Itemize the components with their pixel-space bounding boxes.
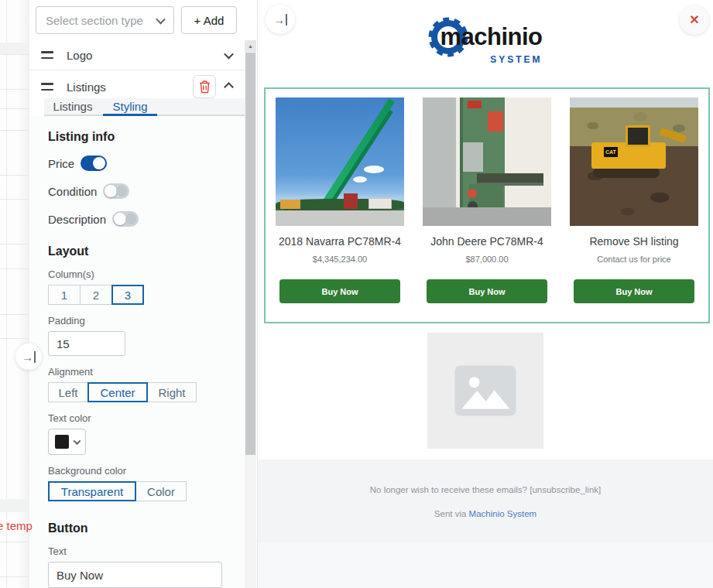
delete-section-button[interactable] bbox=[193, 75, 216, 98]
email-preview-pane: → ✕ machinio SYSTEM bbox=[257, 0, 713, 588]
text-color-select[interactable] bbox=[48, 429, 86, 455]
buy-now-button[interactable]: Buy Now bbox=[279, 279, 400, 303]
email-logo-section: machinio SYSTEM bbox=[258, 0, 713, 61]
tab-listings[interactable]: Listings bbox=[44, 98, 101, 115]
trash-icon bbox=[199, 80, 211, 94]
description-toggle-row: Description bbox=[48, 210, 234, 227]
padding-input[interactable] bbox=[48, 331, 125, 356]
section-type-select[interactable]: Select section type bbox=[36, 6, 174, 34]
listing-card: 2018 Navarra PC78MR-4 $4,345,234.00 Buy … bbox=[276, 97, 404, 303]
alignment-center[interactable]: Center bbox=[87, 382, 148, 402]
alignment-right[interactable]: Right bbox=[147, 382, 197, 402]
tab-styling[interactable]: Styling bbox=[101, 98, 159, 115]
columns-option-3[interactable]: 3 bbox=[111, 285, 144, 305]
background-transparent[interactable]: Transparent bbox=[48, 481, 136, 501]
condition-toggle-row: Condition bbox=[48, 183, 234, 200]
section-row-logo[interactable]: Logo bbox=[29, 45, 245, 65]
close-icon: ✕ bbox=[689, 14, 699, 26]
drag-handle-icon[interactable] bbox=[41, 83, 53, 91]
columns-label: Column(s) bbox=[48, 268, 234, 280]
color-swatch bbox=[55, 435, 69, 449]
image-placeholder-icon bbox=[451, 363, 519, 419]
condition-toggle[interactable] bbox=[103, 183, 129, 199]
price-label: Price bbox=[48, 157, 74, 170]
logo-brand-text: machinio bbox=[440, 23, 542, 51]
background-color-label: Background color bbox=[48, 465, 234, 477]
section-label: Listings bbox=[67, 80, 106, 94]
unsubscribe-text: No longer wish to receive these emails? … bbox=[258, 485, 713, 494]
email-footer: No longer wish to receive these emails? … bbox=[258, 460, 713, 542]
preview-collapse-button[interactable]: → bbox=[266, 5, 295, 34]
padding-label: Padding bbox=[48, 315, 234, 326]
listing-price: $4,345,234.00 bbox=[313, 255, 367, 264]
listing-image-bandsaw bbox=[423, 97, 551, 226]
image-placeholder-box bbox=[427, 333, 543, 449]
listing-image-telehandler bbox=[276, 97, 404, 226]
listing-title: Remove SH listing bbox=[589, 235, 678, 248]
background-page-text: e temp bbox=[0, 519, 33, 532]
sent-via-text: Sent via Machinio System bbox=[258, 509, 713, 518]
button-text-label: Text bbox=[48, 545, 234, 557]
canvas-background bbox=[258, 542, 713, 588]
sidebar-scrollbar[interactable]: ▲ bbox=[245, 40, 256, 588]
listing-cards: 2018 Navarra PC78MR-4 $4,345,234.00 Buy … bbox=[276, 97, 698, 303]
machinio-logo: machinio SYSTEM bbox=[428, 17, 542, 61]
text-color-label: Text color bbox=[48, 412, 234, 424]
buy-now-button[interactable]: Buy Now bbox=[574, 279, 694, 303]
section-type-placeholder: Select section type bbox=[46, 14, 143, 27]
chevron-up-icon[interactable] bbox=[224, 82, 234, 92]
layout-heading: Layout bbox=[48, 244, 234, 258]
background-color-option[interactable]: Color bbox=[135, 481, 187, 501]
listing-title: 2018 Navarra PC78MR-4 bbox=[279, 235, 401, 248]
price-toggle-row: Price bbox=[48, 155, 234, 172]
listing-info-heading: Listing info bbox=[48, 130, 234, 144]
listing-card: Remove SH listing Contact us for price B… bbox=[570, 97, 698, 303]
image-placeholder-section[interactable] bbox=[258, 323, 713, 455]
background-page bbox=[0, 0, 29, 588]
chevron-down-icon bbox=[156, 14, 166, 24]
columns-option-2[interactable]: 2 bbox=[80, 285, 112, 305]
top-controls: Select section type + Add bbox=[29, 0, 245, 37]
columns-group: 1 2 3 bbox=[48, 285, 144, 305]
button-text-input[interactable] bbox=[48, 562, 222, 588]
machinio-system-link[interactable]: Machinio System bbox=[469, 509, 537, 518]
listings-tabs: Listings Styling bbox=[44, 98, 245, 116]
chevron-down-icon[interactable] bbox=[224, 49, 234, 59]
background-color-group: Transparent Color bbox=[48, 481, 187, 501]
section-label: Logo bbox=[67, 49, 92, 62]
listing-title: John Deere PC78MR-4 bbox=[430, 235, 543, 248]
sent-via-prefix: Sent via bbox=[434, 509, 469, 518]
styling-panel: Listing info Price Condition Description… bbox=[29, 116, 245, 588]
listing-card: John Deere PC78MR-4 $87,000.00 Buy Now bbox=[423, 97, 551, 303]
columns-option-1[interactable]: 1 bbox=[48, 285, 81, 305]
button-heading: Button bbox=[48, 521, 234, 535]
divider bbox=[29, 70, 245, 70]
listing-price: Contact us for price bbox=[597, 255, 670, 264]
logo-suffix-text: SYSTEM bbox=[490, 54, 542, 65]
listing-price: $87,000.00 bbox=[465, 255, 508, 264]
description-label: Description bbox=[48, 213, 106, 226]
chevron-down-icon bbox=[73, 437, 81, 445]
selected-listings-section[interactable]: 2018 Navarra PC78MR-4 $4,345,234.00 Buy … bbox=[264, 87, 710, 323]
section-editor-sidebar: Select section type + Add Logo Listings … bbox=[29, 0, 245, 588]
alignment-left[interactable]: Left bbox=[48, 382, 88, 402]
alignment-group: Left Center Right bbox=[48, 382, 197, 402]
alignment-label: Alignment bbox=[48, 366, 234, 378]
buy-now-button[interactable]: Buy Now bbox=[427, 279, 547, 303]
listing-image-dozer bbox=[570, 97, 698, 226]
preview-close-button[interactable]: ✕ bbox=[680, 5, 709, 35]
section-row-listings[interactable]: Listings bbox=[29, 75, 245, 98]
condition-label: Condition bbox=[48, 185, 97, 198]
sidebar-collapse-button[interactable]: → bbox=[15, 344, 42, 370]
add-section-button[interactable]: + Add bbox=[181, 6, 237, 34]
price-toggle[interactable] bbox=[81, 156, 107, 171]
arrow-to-bar-icon: → bbox=[22, 351, 36, 363]
arrow-to-bar-icon: → bbox=[273, 14, 287, 26]
scroll-up-button[interactable]: ▲ bbox=[245, 40, 256, 52]
scrollbar-thumb[interactable] bbox=[245, 53, 255, 455]
description-toggle[interactable] bbox=[112, 211, 139, 227]
drag-handle-icon[interactable] bbox=[41, 51, 53, 59]
